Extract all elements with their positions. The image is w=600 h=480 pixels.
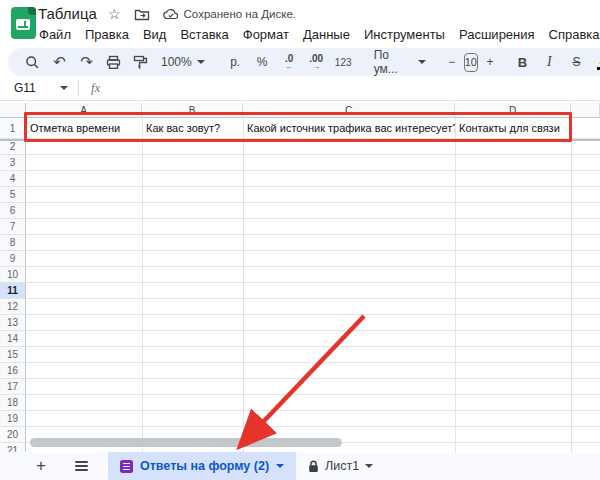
row-header-20[interactable]: 20	[0, 427, 26, 443]
row-header-9[interactable]: 9	[0, 251, 26, 267]
chevron-down-icon	[276, 464, 284, 468]
grid-row-16[interactable]	[26, 363, 600, 379]
tab-form-responses[interactable]: Ответы на форму (2)	[108, 452, 296, 480]
paint-format-icon[interactable]	[128, 50, 153, 74]
currency-format-button[interactable]: р.	[223, 50, 248, 74]
grid-row-4[interactable]	[26, 171, 600, 187]
grid-row-18[interactable]	[26, 395, 600, 411]
search-icon[interactable]	[20, 50, 45, 74]
row-header-19[interactable]: 19	[0, 411, 26, 427]
row-header-14[interactable]: 14	[0, 331, 26, 347]
tab-label: Ответы на форму (2)	[140, 459, 269, 473]
row-header-21[interactable]: 21	[0, 443, 26, 452]
grid-row-19[interactable]	[26, 411, 600, 427]
save-status[interactable]: Сохранено на Диске.	[163, 8, 296, 20]
grid-row-12[interactable]	[26, 299, 600, 315]
row-header-18[interactable]: 18	[0, 395, 26, 411]
fx-icon: fx	[91, 80, 100, 96]
row-header-16[interactable]: 16	[0, 363, 26, 379]
grid-row-13[interactable]	[26, 315, 600, 331]
row-header-11[interactable]: 11	[0, 283, 26, 299]
form-icon	[120, 460, 133, 473]
document-title[interactable]: Таблица	[38, 5, 97, 22]
text-color-button[interactable]: A	[591, 50, 600, 74]
tab-label: Лист1	[325, 459, 359, 473]
sheet-tab-bar: + Ответы на форму (2) Лист1	[0, 452, 600, 480]
grid-row-7[interactable]	[26, 219, 600, 235]
horizontal-scrollbar[interactable]	[30, 438, 342, 447]
increase-decimal-button[interactable]: .00 →	[304, 50, 329, 74]
grid-row-8[interactable]	[26, 235, 600, 251]
grid-row-10[interactable]	[26, 267, 600, 283]
all-sheets-icon[interactable]	[68, 452, 94, 480]
chevron-down-icon	[197, 60, 205, 64]
menu-4[interactable]: Вставка	[173, 24, 235, 45]
column-header-e[interactable]	[571, 103, 600, 118]
percent-format-button[interactable]: %	[250, 50, 275, 74]
menu-6[interactable]: Данные	[296, 24, 357, 45]
save-status-label: Сохранено на Диске.	[184, 8, 296, 20]
row-header-8[interactable]: 8	[0, 235, 26, 251]
menu-9[interactable]: Справка	[542, 24, 600, 45]
spreadsheet-grid[interactable]: ABCD 123456789101112131415161718192021 О…	[0, 103, 600, 452]
zoom-value: 100%	[161, 55, 192, 69]
add-sheet-button[interactable]: +	[28, 452, 54, 480]
chevron-down-icon	[418, 60, 426, 64]
increase-font-size-button[interactable]: +	[482, 50, 498, 74]
row-header-7[interactable]: 7	[0, 219, 26, 235]
italic-button[interactable]: I	[537, 50, 562, 74]
lock-icon	[308, 460, 319, 473]
move-folder-icon[interactable]	[134, 8, 150, 21]
cloud-saved-icon	[163, 8, 179, 20]
menu-3[interactable]: Вид	[136, 24, 174, 45]
grid-row-11[interactable]	[26, 283, 600, 299]
menu-bar: ФайлПравкаВидВставкаФорматДанныеИнструме…	[32, 24, 600, 45]
menu-7[interactable]: Инструменты	[357, 24, 452, 45]
row-header-2[interactable]: 2	[0, 139, 26, 155]
menu-2[interactable]: Правка	[78, 24, 136, 45]
row-header-3[interactable]: 3	[0, 155, 26, 171]
toolbar: ↶ ↷ 100% р. % .0 ← .00 → 123 По ум... −	[8, 48, 600, 76]
annotation-rectangle	[24, 112, 572, 142]
grid-row-17[interactable]	[26, 379, 600, 395]
grid-row-9[interactable]	[26, 251, 600, 267]
print-icon[interactable]	[101, 50, 126, 74]
cell-reference: G11	[14, 81, 36, 95]
formula-input[interactable]	[100, 76, 600, 100]
strikethrough-button[interactable]: S	[564, 50, 589, 74]
grid-row-14[interactable]	[26, 331, 600, 347]
row-header-10[interactable]: 10	[0, 267, 26, 283]
chevron-down-icon	[365, 464, 373, 468]
row-header-13[interactable]: 13	[0, 315, 26, 331]
row-header-17[interactable]: 17	[0, 379, 26, 395]
row-header-4[interactable]: 4	[0, 171, 26, 187]
row-header-1[interactable]: 1	[0, 118, 26, 139]
menu-1[interactable]: Файл	[32, 24, 78, 45]
zoom-select[interactable]: 100%	[155, 55, 211, 69]
menu-8[interactable]: Расширения	[452, 24, 542, 45]
star-icon[interactable]: ☆	[108, 5, 121, 23]
decrease-font-size-button[interactable]: −	[444, 50, 460, 74]
tab-sheet1[interactable]: Лист1	[296, 452, 385, 480]
row-header-12[interactable]: 12	[0, 299, 26, 315]
font-size-input[interactable]: 10	[464, 53, 478, 72]
row-header-15[interactable]: 15	[0, 347, 26, 363]
font-name: По ум...	[374, 48, 410, 76]
name-box[interactable]: G11	[0, 81, 78, 95]
undo-icon[interactable]: ↶	[47, 50, 72, 74]
grid-row-3[interactable]	[26, 155, 600, 171]
formula-bar: G11 fx	[0, 76, 600, 101]
decrease-decimal-button[interactable]: .0 ←	[277, 50, 302, 74]
chevron-down-icon	[60, 86, 68, 90]
grid-row-15[interactable]	[26, 347, 600, 363]
more-formats-button[interactable]: 123	[331, 50, 356, 74]
select-all-corner[interactable]	[0, 103, 26, 118]
bold-button[interactable]: B	[510, 50, 535, 74]
row-header-6[interactable]: 6	[0, 203, 26, 219]
grid-row-6[interactable]	[26, 203, 600, 219]
font-select[interactable]: По ум...	[368, 48, 432, 76]
grid-row-5[interactable]	[26, 187, 600, 203]
row-header-5[interactable]: 5	[0, 187, 26, 203]
redo-icon[interactable]: ↷	[74, 50, 99, 74]
menu-5[interactable]: Формат	[236, 24, 296, 45]
